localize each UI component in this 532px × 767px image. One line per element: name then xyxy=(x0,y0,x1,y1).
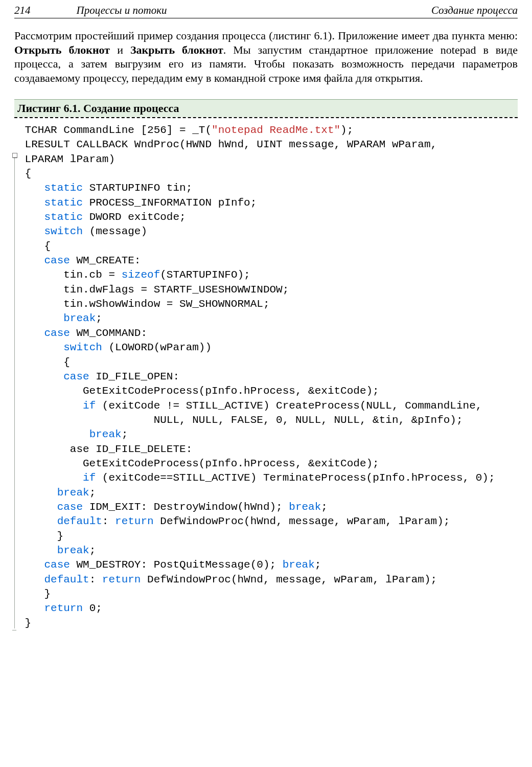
fold-guide-line xyxy=(14,158,15,628)
section-title: Создание процесса xyxy=(431,4,518,17)
listing-divider xyxy=(14,117,518,118)
fold-marker-icon: − xyxy=(12,153,17,158)
code-block: − TCHAR CommandLine [256] = _T("notepad … xyxy=(14,123,518,630)
text: и xyxy=(110,43,130,56)
listing-block: Листинг 6.1. Создание процесса − TCHAR C… xyxy=(14,99,518,630)
intro-paragraph: Рассмотрим простейший пример создания пр… xyxy=(14,29,518,85)
bold-menu-open: Открыть блокнот xyxy=(14,43,110,56)
code-listing: TCHAR CommandLine [256] = _T("notepad Re… xyxy=(18,123,518,630)
page-number: 214 xyxy=(14,4,31,17)
listing-caption: Листинг 6.1. Создание процесса xyxy=(14,99,518,117)
chapter-title: Процессы и потоки xyxy=(31,4,431,17)
running-header: 214 Процессы и потоки Создание процесса xyxy=(14,4,518,18)
text: Рассмотрим простейший пример создания пр… xyxy=(14,29,518,42)
bold-menu-close: Закрыть блокнот xyxy=(130,43,223,56)
fold-end-marker xyxy=(12,630,16,630)
